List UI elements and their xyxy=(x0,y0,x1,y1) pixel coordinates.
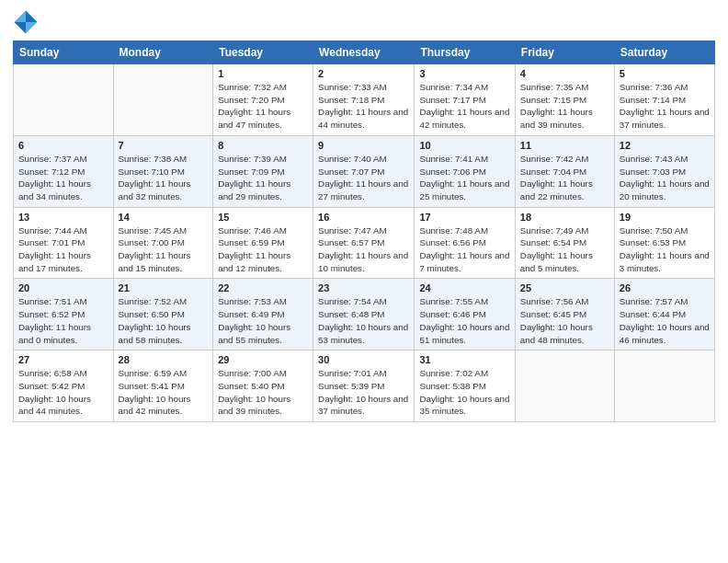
cell-day-number: 28 xyxy=(119,354,209,365)
cell-day-number: 15 xyxy=(218,212,308,223)
calendar-cell xyxy=(113,64,213,136)
col-header-thursday: Thursday xyxy=(415,41,515,64)
col-header-monday: Monday xyxy=(113,41,213,64)
calendar-cell: 1Sunrise: 7:32 AMSunset: 7:20 PMDaylight… xyxy=(213,64,313,136)
cell-day-number: 10 xyxy=(419,140,509,151)
cell-day-number: 22 xyxy=(218,282,308,293)
calendar-cell: 27Sunrise: 6:58 AMSunset: 5:42 PMDayligh… xyxy=(14,350,114,422)
cell-day-number: 31 xyxy=(419,354,509,365)
svg-marker-2 xyxy=(26,22,38,34)
cell-sun-info: Sunrise: 7:01 AMSunset: 5:39 PMDaylight:… xyxy=(318,367,409,418)
calendar-week-4: 20Sunrise: 7:51 AMSunset: 6:52 PMDayligh… xyxy=(14,279,715,350)
cell-day-number: 19 xyxy=(620,212,710,223)
cell-sun-info: Sunrise: 7:37 AMSunset: 7:12 PMDaylight:… xyxy=(18,153,108,203)
cell-day-number: 5 xyxy=(620,68,710,79)
logo-icon xyxy=(13,9,39,35)
cell-day-number: 16 xyxy=(318,212,409,223)
logo xyxy=(13,9,42,35)
cell-day-number: 6 xyxy=(18,140,108,151)
cell-day-number: 4 xyxy=(520,68,609,79)
calendar-cell: 6Sunrise: 7:37 AMSunset: 7:12 PMDaylight… xyxy=(14,135,114,207)
calendar-cell: 18Sunrise: 7:49 AMSunset: 6:54 PMDayligh… xyxy=(515,207,614,279)
calendar-cell: 19Sunrise: 7:50 AMSunset: 6:53 PMDayligh… xyxy=(614,207,714,279)
calendar-cell: 28Sunrise: 6:59 AMSunset: 5:41 PMDayligh… xyxy=(113,350,213,422)
col-header-friday: Friday xyxy=(515,41,614,64)
calendar-week-3: 13Sunrise: 7:44 AMSunset: 7:01 PMDayligh… xyxy=(14,207,715,279)
cell-sun-info: Sunrise: 7:52 AMSunset: 6:50 PMDaylight:… xyxy=(119,295,209,346)
page: SundayMondayTuesdayWednesdayThursdayFrid… xyxy=(0,0,728,563)
calendar-cell: 14Sunrise: 7:45 AMSunset: 7:00 PMDayligh… xyxy=(113,207,213,279)
calendar-cell: 12Sunrise: 7:43 AMSunset: 7:03 PMDayligh… xyxy=(614,135,714,207)
cell-sun-info: Sunrise: 7:54 AMSunset: 6:48 PMDaylight:… xyxy=(318,295,409,346)
cell-day-number: 27 xyxy=(18,354,108,365)
calendar-cell: 24Sunrise: 7:55 AMSunset: 6:46 PMDayligh… xyxy=(415,279,515,350)
cell-sun-info: Sunrise: 7:39 AMSunset: 7:09 PMDaylight:… xyxy=(218,153,308,203)
cell-sun-info: Sunrise: 7:36 AMSunset: 7:14 PMDaylight:… xyxy=(620,81,710,132)
calendar-cell: 16Sunrise: 7:47 AMSunset: 6:57 PMDayligh… xyxy=(313,207,415,279)
cell-sun-info: Sunrise: 7:41 AMSunset: 7:06 PMDaylight:… xyxy=(419,153,509,203)
cell-sun-info: Sunrise: 7:55 AMSunset: 6:46 PMDaylight:… xyxy=(419,295,509,346)
cell-day-number: 21 xyxy=(119,282,209,293)
calendar-cell: 9Sunrise: 7:40 AMSunset: 7:07 PMDaylight… xyxy=(313,135,415,207)
cell-day-number: 1 xyxy=(218,68,308,79)
col-header-tuesday: Tuesday xyxy=(213,41,313,64)
cell-day-number: 24 xyxy=(419,282,509,293)
cell-sun-info: Sunrise: 7:47 AMSunset: 6:57 PMDaylight:… xyxy=(318,224,409,275)
cell-day-number: 25 xyxy=(520,282,609,293)
cell-day-number: 3 xyxy=(419,68,509,79)
calendar-week-1: 1Sunrise: 7:32 AMSunset: 7:20 PMDaylight… xyxy=(14,64,715,136)
calendar-cell xyxy=(515,350,614,422)
cell-day-number: 8 xyxy=(218,140,308,151)
svg-marker-0 xyxy=(26,10,38,22)
calendar-cell: 20Sunrise: 7:51 AMSunset: 6:52 PMDayligh… xyxy=(14,279,114,350)
calendar-cell: 5Sunrise: 7:36 AMSunset: 7:14 PMDaylight… xyxy=(614,64,714,136)
cell-sun-info: Sunrise: 7:53 AMSunset: 6:49 PMDaylight:… xyxy=(218,295,308,346)
calendar-cell: 7Sunrise: 7:38 AMSunset: 7:10 PMDaylight… xyxy=(113,135,213,207)
cell-day-number: 12 xyxy=(620,140,710,151)
col-header-wednesday: Wednesday xyxy=(313,41,415,64)
calendar-cell xyxy=(14,64,114,136)
cell-sun-info: Sunrise: 7:45 AMSunset: 7:00 PMDaylight:… xyxy=(119,224,209,275)
calendar-cell: 2Sunrise: 7:33 AMSunset: 7:18 PMDaylight… xyxy=(313,64,415,136)
cell-sun-info: Sunrise: 7:00 AMSunset: 5:40 PMDaylight:… xyxy=(218,367,308,418)
cell-sun-info: Sunrise: 6:58 AMSunset: 5:42 PMDaylight:… xyxy=(18,367,108,418)
svg-marker-3 xyxy=(14,22,26,34)
calendar-cell: 17Sunrise: 7:48 AMSunset: 6:56 PMDayligh… xyxy=(415,207,515,279)
calendar-cell: 21Sunrise: 7:52 AMSunset: 6:50 PMDayligh… xyxy=(113,279,213,350)
cell-day-number: 13 xyxy=(18,212,108,223)
cell-sun-info: Sunrise: 7:02 AMSunset: 5:38 PMDaylight:… xyxy=(419,367,509,418)
calendar-cell: 26Sunrise: 7:57 AMSunset: 6:44 PMDayligh… xyxy=(614,279,714,350)
cell-day-number: 7 xyxy=(119,140,209,151)
cell-sun-info: Sunrise: 7:40 AMSunset: 7:07 PMDaylight:… xyxy=(318,153,409,203)
cell-sun-info: Sunrise: 7:33 AMSunset: 7:18 PMDaylight:… xyxy=(318,81,409,132)
cell-sun-info: Sunrise: 7:38 AMSunset: 7:10 PMDaylight:… xyxy=(119,153,209,203)
col-header-sunday: Sunday xyxy=(14,41,114,64)
cell-sun-info: Sunrise: 7:43 AMSunset: 7:03 PMDaylight:… xyxy=(620,153,710,203)
cell-day-number: 20 xyxy=(18,282,108,293)
svg-marker-1 xyxy=(14,10,26,22)
cell-sun-info: Sunrise: 7:51 AMSunset: 6:52 PMDaylight:… xyxy=(18,295,108,346)
calendar-cell: 22Sunrise: 7:53 AMSunset: 6:49 PMDayligh… xyxy=(213,279,313,350)
cell-day-number: 11 xyxy=(520,140,609,151)
calendar-cell: 31Sunrise: 7:02 AMSunset: 5:38 PMDayligh… xyxy=(415,350,515,422)
cell-sun-info: Sunrise: 7:32 AMSunset: 7:20 PMDaylight:… xyxy=(218,81,308,132)
calendar-week-2: 6Sunrise: 7:37 AMSunset: 7:12 PMDaylight… xyxy=(14,135,715,207)
cell-sun-info: Sunrise: 7:34 AMSunset: 7:17 PMDaylight:… xyxy=(419,81,509,132)
cell-day-number: 18 xyxy=(520,212,609,223)
calendar-cell xyxy=(614,350,714,422)
cell-sun-info: Sunrise: 7:50 AMSunset: 6:53 PMDaylight:… xyxy=(620,224,710,275)
cell-day-number: 9 xyxy=(318,140,409,151)
calendar-cell: 25Sunrise: 7:56 AMSunset: 6:45 PMDayligh… xyxy=(515,279,614,350)
calendar-cell: 15Sunrise: 7:46 AMSunset: 6:59 PMDayligh… xyxy=(213,207,313,279)
calendar-cell: 29Sunrise: 7:00 AMSunset: 5:40 PMDayligh… xyxy=(213,350,313,422)
calendar-header-row: SundayMondayTuesdayWednesdayThursdayFrid… xyxy=(14,41,715,64)
cell-sun-info: Sunrise: 7:42 AMSunset: 7:04 PMDaylight:… xyxy=(520,153,609,203)
col-header-saturday: Saturday xyxy=(614,41,714,64)
calendar-cell: 4Sunrise: 7:35 AMSunset: 7:15 PMDaylight… xyxy=(515,64,614,136)
cell-sun-info: Sunrise: 7:44 AMSunset: 7:01 PMDaylight:… xyxy=(18,224,108,275)
cell-sun-info: Sunrise: 7:49 AMSunset: 6:54 PMDaylight:… xyxy=(520,224,609,275)
calendar-cell: 3Sunrise: 7:34 AMSunset: 7:17 PMDaylight… xyxy=(415,64,515,136)
calendar-cell: 30Sunrise: 7:01 AMSunset: 5:39 PMDayligh… xyxy=(313,350,415,422)
cell-day-number: 2 xyxy=(318,68,409,79)
calendar-cell: 13Sunrise: 7:44 AMSunset: 7:01 PMDayligh… xyxy=(14,207,114,279)
